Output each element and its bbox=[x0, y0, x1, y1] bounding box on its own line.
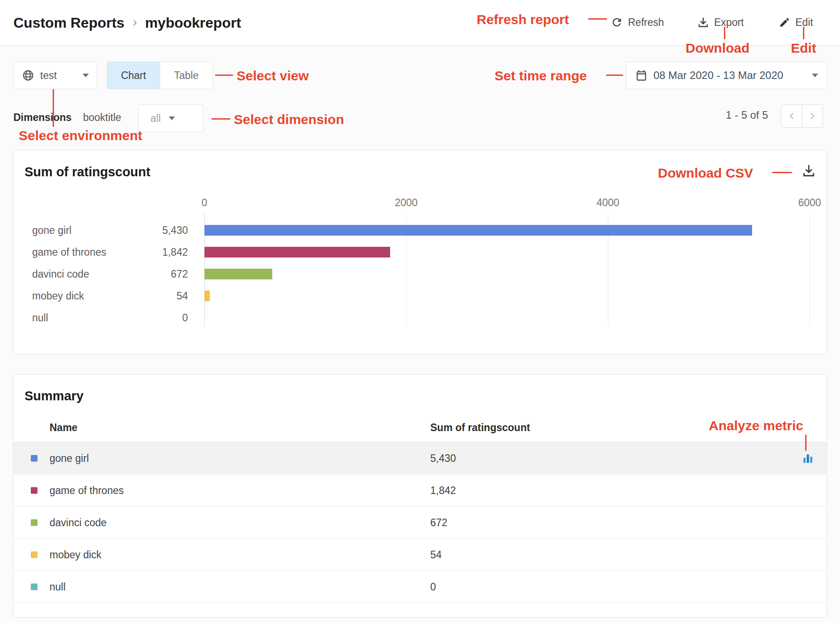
annotation-line bbox=[606, 75, 623, 76]
chart-value-label: 1,842 bbox=[125, 246, 188, 258]
analyze-metric-icon[interactable] bbox=[801, 451, 815, 465]
breadcrumb-custom-reports[interactable]: Custom Reports bbox=[13, 15, 125, 31]
chart-row: gone girl 5,430 bbox=[13, 219, 827, 241]
dimension-filter-value: all bbox=[150, 112, 161, 125]
row-value: 1,842 bbox=[430, 484, 456, 496]
table-body: gone girl 5,430 game of thrones 1,842 da… bbox=[13, 442, 827, 603]
pencil-icon bbox=[779, 17, 790, 28]
x-axis-tick: 0 bbox=[178, 197, 231, 209]
pagination-controls bbox=[781, 104, 823, 128]
x-axis-tick: 4000 bbox=[581, 197, 635, 209]
column-header-value: Sum of ratingscount bbox=[430, 422, 530, 434]
chart-card: Sum of ratingscount 0 2000 4000 6000 gon… bbox=[13, 150, 827, 354]
chart-value-label: 0 bbox=[125, 312, 188, 324]
x-axis-tick: 2000 bbox=[379, 197, 433, 209]
date-range-picker[interactable]: 08 Mar 2020 - 13 Mar 2020 bbox=[626, 62, 828, 89]
annotation-line bbox=[212, 118, 230, 120]
view-toggle: Chart Table bbox=[107, 62, 213, 89]
chart-category-label: gone girl bbox=[32, 224, 71, 236]
chevron-left-icon bbox=[787, 112, 796, 120]
bar-track bbox=[204, 269, 810, 279]
chart-value-label: 5,430 bbox=[125, 224, 188, 236]
x-axis-tick: 6000 bbox=[783, 197, 836, 209]
chart-bar bbox=[204, 291, 210, 301]
column-header-name: Name bbox=[50, 422, 78, 434]
table-row[interactable]: davinci code 672 bbox=[13, 507, 827, 539]
table-header: Name Sum of ratingscount bbox=[13, 415, 827, 442]
pagination-prev-button[interactable] bbox=[781, 104, 802, 128]
chevron-right-icon: › bbox=[133, 14, 137, 29]
bar-track bbox=[204, 225, 810, 236]
edit-button[interactable]: Edit bbox=[779, 12, 813, 33]
summary-card: Summary Name Sum of ratingscount gone gi… bbox=[13, 374, 827, 618]
table-row[interactable]: null 0 bbox=[13, 571, 827, 603]
summary-title: Summary bbox=[25, 389, 83, 403]
chart-plot: gone girl 5,430 game of thrones 1,842 da… bbox=[13, 219, 827, 328]
row-value: 54 bbox=[430, 548, 442, 561]
annotation-select-view: Select view bbox=[237, 68, 309, 84]
annotation-line bbox=[215, 75, 233, 76]
legend-swatch bbox=[31, 551, 37, 558]
download-csv-button[interactable] bbox=[800, 162, 818, 180]
refresh-label: Refresh bbox=[628, 17, 664, 29]
download-icon bbox=[697, 17, 709, 29]
header: Custom Reports › mybookreport Refresh Ex… bbox=[0, 0, 840, 46]
breadcrumb: Custom Reports › mybookreport bbox=[13, 0, 241, 46]
row-value: 5,430 bbox=[430, 452, 456, 464]
chevron-down-icon bbox=[169, 116, 175, 120]
chart-bar bbox=[204, 247, 390, 258]
row-name: mobey dick bbox=[50, 548, 101, 561]
custom-report-page: Custom Reports › mybookreport Refresh Ex… bbox=[0, 0, 840, 623]
chevron-down-icon bbox=[812, 74, 818, 77]
annotation-select-dimension: Select dimension bbox=[234, 112, 344, 128]
chevron-down-icon bbox=[83, 74, 89, 77]
dimension-filter-dropdown[interactable]: all bbox=[138, 104, 204, 132]
breadcrumb-current-report: mybookreport bbox=[145, 15, 241, 31]
export-button[interactable]: Export bbox=[697, 12, 744, 33]
bar-track bbox=[204, 247, 810, 258]
date-range-label: 08 Mar 2020 - 13 Mar 2020 bbox=[653, 69, 783, 82]
refresh-icon bbox=[611, 16, 623, 29]
annotation-select-environment: Select environment bbox=[19, 128, 142, 144]
environment-label: test bbox=[40, 70, 57, 82]
globe-icon bbox=[22, 69, 34, 82]
dimensions-label: Dimensions bbox=[13, 112, 71, 124]
calendar-icon bbox=[635, 69, 648, 82]
chart-category-label: null bbox=[32, 312, 48, 324]
table-row[interactable]: game of thrones 1,842 bbox=[13, 474, 827, 507]
row-name: null bbox=[50, 581, 66, 593]
chart-bar bbox=[204, 225, 752, 236]
chart-category-label: davinci code bbox=[32, 268, 89, 280]
chart-bar bbox=[204, 269, 272, 279]
chart-row: game of thrones 1,842 bbox=[13, 241, 827, 263]
export-label: Export bbox=[714, 17, 744, 29]
chart-value-label: 672 bbox=[125, 268, 188, 280]
bar-track bbox=[204, 312, 810, 323]
legend-swatch bbox=[31, 487, 37, 494]
environment-selector[interactable]: test bbox=[13, 62, 97, 89]
download-icon bbox=[802, 164, 816, 178]
row-name: davinci code bbox=[50, 516, 107, 528]
bar-track bbox=[204, 291, 810, 301]
dimension-name: booktitle bbox=[83, 112, 121, 124]
chart-value-label: 54 bbox=[125, 290, 188, 302]
chevron-right-icon bbox=[808, 112, 817, 120]
edit-label: Edit bbox=[795, 17, 813, 29]
chart-row: davinci code 672 bbox=[13, 263, 827, 285]
row-name: game of thrones bbox=[50, 484, 124, 496]
table-row[interactable]: gone girl 5,430 bbox=[13, 442, 827, 474]
row-name: gone girl bbox=[50, 452, 89, 464]
chart-category-label: game of thrones bbox=[32, 246, 106, 258]
refresh-button[interactable]: Refresh bbox=[611, 12, 664, 33]
tab-chart[interactable]: Chart bbox=[107, 62, 160, 89]
pagination-next-button[interactable] bbox=[802, 104, 823, 128]
table-row[interactable]: mobey dick 54 bbox=[13, 539, 827, 571]
chart-category-label: mobey dick bbox=[32, 290, 84, 302]
pagination-range: 1 - 5 of 5 bbox=[726, 109, 768, 121]
annotation-set-time-range: Set time range bbox=[495, 68, 587, 84]
tab-table[interactable]: Table bbox=[160, 62, 212, 89]
chart-row: null 0 bbox=[13, 307, 827, 328]
row-value: 0 bbox=[430, 581, 436, 593]
legend-swatch bbox=[31, 455, 37, 461]
legend-swatch bbox=[31, 583, 37, 590]
